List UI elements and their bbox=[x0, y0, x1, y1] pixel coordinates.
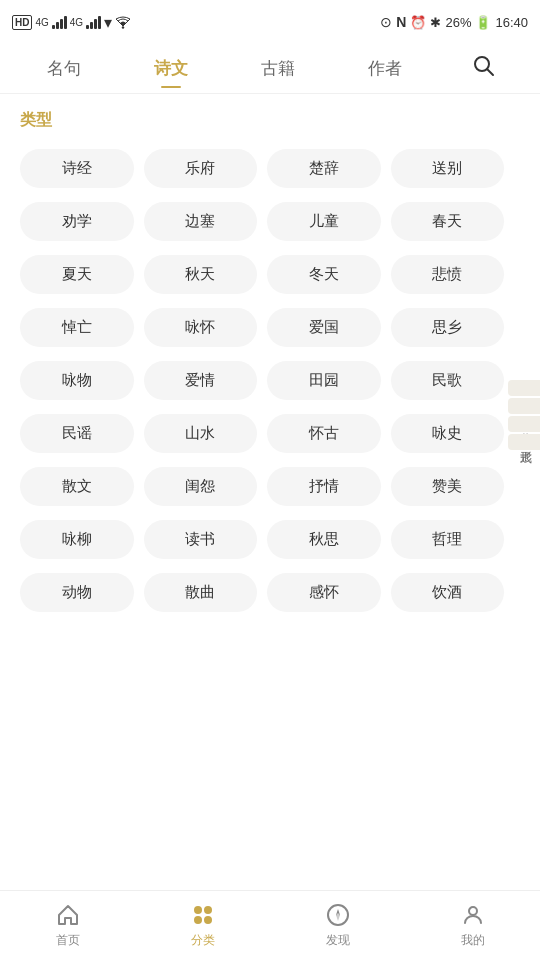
wifi-icon-svg bbox=[115, 16, 131, 29]
svg-point-3 bbox=[194, 906, 202, 914]
home-icon bbox=[55, 902, 81, 928]
tag-huaigu[interactable]: 怀古 bbox=[267, 414, 381, 453]
tag-dongtian[interactable]: 冬天 bbox=[267, 255, 381, 294]
bottom-nav-discover[interactable]: 发现 bbox=[305, 896, 371, 955]
nav-zuozhe[interactable]: 作者 bbox=[358, 49, 412, 88]
alarm-icon: ⏰ bbox=[410, 15, 426, 30]
status-bar: HD 4G 4G ▾ ⊙ N ⏰ ✱ 26% 🔋 16:40 bbox=[0, 0, 540, 44]
eye-icon: ⊙ bbox=[380, 14, 392, 30]
status-right: ⊙ N ⏰ ✱ 26% 🔋 16:40 bbox=[380, 14, 528, 30]
category-icon-svg bbox=[191, 903, 215, 927]
tag-lefu[interactable]: 乐府 bbox=[144, 149, 258, 188]
tag-chuchi[interactable]: 楚辞 bbox=[267, 149, 381, 188]
svg-point-6 bbox=[204, 916, 212, 924]
section-title: 类型 bbox=[20, 110, 504, 131]
category-label: 分类 bbox=[191, 932, 215, 949]
tag-biansai[interactable]: 边塞 bbox=[144, 202, 258, 241]
discover-icon bbox=[325, 902, 351, 928]
side-nav-xingshi[interactable]: 形式 bbox=[508, 434, 540, 450]
clock: 16:40 bbox=[495, 15, 528, 30]
tag-zanmei[interactable]: 赞美 bbox=[391, 467, 505, 506]
user-icon bbox=[461, 903, 485, 927]
top-navigation: 名句 诗文 古籍 作者 bbox=[0, 44, 540, 94]
nfc-icon: N bbox=[396, 14, 406, 30]
tag-chuntian[interactable]: 春天 bbox=[391, 202, 505, 241]
bluetooth-icon: ✱ bbox=[430, 15, 441, 30]
battery-icon: 🔋 bbox=[475, 15, 491, 30]
tag-quanxue[interactable]: 劝学 bbox=[20, 202, 134, 241]
tags-grid: 诗经 乐府 楚辞 送别 劝学 边塞 儿童 春天 夏天 秋天 冬天 悲愤 悼亡 咏… bbox=[20, 149, 504, 612]
tag-beifeng[interactable]: 悲愤 bbox=[391, 255, 505, 294]
svg-point-0 bbox=[122, 26, 124, 28]
tag-dongwu[interactable]: 动物 bbox=[20, 573, 134, 612]
tag-minge[interactable]: 民歌 bbox=[391, 361, 505, 400]
tag-aiguo[interactable]: 爱国 bbox=[267, 308, 381, 347]
nav-guji[interactable]: 古籍 bbox=[251, 49, 305, 88]
tag-ganhuai[interactable]: 感怀 bbox=[267, 573, 381, 612]
side-nav-zuozhe[interactable]: 作者 bbox=[508, 398, 540, 414]
nav-mingju[interactable]: 名句 bbox=[37, 49, 91, 88]
tag-yonghuai[interactable]: 咏怀 bbox=[144, 308, 258, 347]
tag-dushu[interactable]: 读书 bbox=[144, 520, 258, 559]
tag-qiutian[interactable]: 秋天 bbox=[144, 255, 258, 294]
tag-shanshui[interactable]: 山水 bbox=[144, 414, 258, 453]
compass-icon bbox=[326, 903, 350, 927]
tag-shijing[interactable]: 诗经 bbox=[20, 149, 134, 188]
signal-icon-2 bbox=[86, 16, 101, 29]
signal-icon bbox=[52, 16, 67, 29]
status-left: HD 4G 4G ▾ bbox=[12, 13, 131, 32]
bottom-nav-mine[interactable]: 我的 bbox=[440, 896, 506, 955]
tag-tianyuan[interactable]: 田园 bbox=[267, 361, 381, 400]
tag-yinjiu[interactable]: 饮酒 bbox=[391, 573, 505, 612]
mine-label: 我的 bbox=[461, 932, 485, 949]
svg-point-4 bbox=[204, 906, 212, 914]
bottom-nav-category[interactable]: 分类 bbox=[170, 896, 236, 955]
tag-yongshi[interactable]: 咏史 bbox=[391, 414, 505, 453]
home-label: 首页 bbox=[56, 932, 80, 949]
tag-songbie[interactable]: 送别 bbox=[391, 149, 505, 188]
tag-sanwen[interactable]: 散文 bbox=[20, 467, 134, 506]
tag-yongliu[interactable]: 咏柳 bbox=[20, 520, 134, 559]
wifi-icon: ▾ bbox=[104, 13, 112, 32]
main-content: 类型 诗经 乐府 楚辞 送别 劝学 边塞 儿童 春天 夏天 秋天 冬天 悲愤 悼… bbox=[0, 94, 540, 692]
tag-daowang[interactable]: 悼亡 bbox=[20, 308, 134, 347]
tag-shuqing[interactable]: 抒情 bbox=[267, 467, 381, 506]
side-navigation: 类型 作者 朝代 形式 bbox=[508, 380, 540, 452]
network-4g2: 4G bbox=[70, 17, 83, 28]
side-nav-leixing[interactable]: 类型 bbox=[508, 380, 540, 396]
mine-icon bbox=[460, 902, 486, 928]
tag-zheli[interactable]: 哲理 bbox=[391, 520, 505, 559]
tag-ertong[interactable]: 儿童 bbox=[267, 202, 381, 241]
tag-yongwu[interactable]: 咏物 bbox=[20, 361, 134, 400]
tag-qiusi[interactable]: 秋思 bbox=[267, 520, 381, 559]
hd-badge: HD bbox=[12, 15, 32, 30]
tag-sixiang[interactable]: 思乡 bbox=[391, 308, 505, 347]
tag-xiatian[interactable]: 夏天 bbox=[20, 255, 134, 294]
svg-line-2 bbox=[487, 69, 493, 75]
svg-point-5 bbox=[194, 916, 202, 924]
tag-sanqu[interactable]: 散曲 bbox=[144, 573, 258, 612]
tag-aiqing[interactable]: 爱情 bbox=[144, 361, 258, 400]
search-icon bbox=[473, 55, 495, 77]
svg-point-10 bbox=[469, 907, 477, 915]
bottom-navigation: 首页 分类 发现 我的 bbox=[0, 890, 540, 960]
category-icon bbox=[190, 902, 216, 928]
side-nav-chaodai[interactable]: 朝代 bbox=[508, 416, 540, 432]
tag-minyao[interactable]: 民谣 bbox=[20, 414, 134, 453]
bottom-nav-home[interactable]: 首页 bbox=[35, 896, 101, 955]
network-4g1: 4G bbox=[35, 17, 48, 28]
battery-percent: 26% bbox=[445, 15, 471, 30]
nav-shiwen[interactable]: 诗文 bbox=[144, 49, 198, 88]
search-button[interactable] bbox=[465, 47, 503, 91]
discover-label: 发现 bbox=[326, 932, 350, 949]
tag-guiyuan[interactable]: 闺怨 bbox=[144, 467, 258, 506]
